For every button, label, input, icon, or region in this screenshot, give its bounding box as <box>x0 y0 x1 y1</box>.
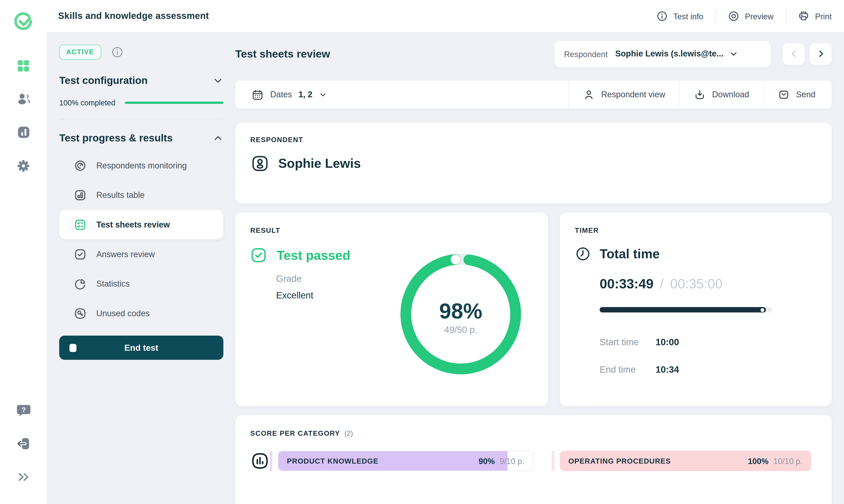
passed-check-icon <box>250 247 267 264</box>
dates-label: Dates <box>270 90 292 100</box>
respondent-card: RESPONDENT Sophie Lewis <box>235 123 831 203</box>
timer-title: Total time <box>600 247 659 262</box>
send-label: Send <box>796 90 816 100</box>
person-icon <box>583 89 595 101</box>
category-points: 9/10 p. <box>500 456 524 466</box>
gauge-points: 49/50 p. <box>398 325 523 336</box>
start-time-label: Start time <box>600 337 656 348</box>
app-title: Skills and knowledge assessment <box>58 11 209 21</box>
settings-gear-icon[interactable] <box>13 155 34 176</box>
dates-value: 1, 2 <box>298 90 312 100</box>
page-title: Test sheets review <box>235 48 330 60</box>
time-progress-bar <box>600 307 772 312</box>
reports-chart-icon[interactable] <box>13 122 34 143</box>
grade-label: Grade <box>276 274 302 285</box>
end-time-value: 10:34 <box>656 364 679 375</box>
result-card-label: RESULT <box>250 227 280 235</box>
time-progress-fill <box>600 307 766 312</box>
time-progress-knob <box>761 308 764 312</box>
end-time-label: End time <box>600 364 656 375</box>
category-row: PRODUCT KNOWLEDGE 90% 9/10 p. <box>270 451 533 471</box>
respondent-name: Sophie Lewis <box>278 156 361 171</box>
timer-card: TIMER Total time 00:33:49 / 00:35:00 Sta… <box>560 212 832 406</box>
respondent-view-button[interactable]: Respondent view <box>569 80 679 108</box>
result-status: Test passed <box>277 248 350 263</box>
chevron-right-icon <box>816 49 825 59</box>
chevron-left-icon <box>789 49 798 59</box>
dashboard-grid-icon[interactable] <box>13 55 34 76</box>
print-label: Print <box>815 12 832 21</box>
category-points: 10/10 p. <box>773 456 803 466</box>
respondents-people-icon[interactable] <box>13 88 34 110</box>
info-icon <box>656 10 668 22</box>
header-actions: Test info Preview Print <box>644 10 831 22</box>
end-time-row: End time 10:34 <box>600 364 679 375</box>
score-gauge: 98% 49/50 p. <box>398 252 523 376</box>
start-time-row: Start time 10:00 <box>600 337 679 348</box>
elapsed-time: 00:33:49 <box>600 276 653 291</box>
start-time-value: 10:00 <box>656 337 679 348</box>
test-info-label: Test info <box>673 12 703 21</box>
top-header: Skills and knowledge assessment Test inf… <box>47 0 844 33</box>
time-separator: / <box>660 276 664 291</box>
app-window: ? Skills and knowledge assessment Test i… <box>0 0 844 504</box>
score-card-count: (2) <box>344 429 353 437</box>
svg-text:?: ? <box>21 406 25 414</box>
toolbar: Dates 1, 2 Respondent view <box>235 80 831 108</box>
print-button[interactable]: Print <box>786 10 832 22</box>
category-accent <box>270 451 272 471</box>
time-limit: 00:35:00 <box>670 276 722 291</box>
category-bar[interactable]: OPERATING PROCEDURES 100% 10/10 p. <box>560 451 811 471</box>
preview-button[interactable]: Preview <box>716 10 786 22</box>
send-button[interactable]: Send <box>764 80 832 108</box>
respondent-badge-icon <box>250 154 270 173</box>
category-accent <box>552 451 554 471</box>
preview-icon <box>728 10 740 22</box>
category-row: OPERATING PROCEDURES 100% 10/10 p. <box>533 451 811 471</box>
printer-icon <box>798 10 810 22</box>
clock-icon <box>575 246 591 262</box>
calendar-icon <box>252 89 264 101</box>
respondent-select-value: Sophie Lewis (s.lewis@te... <box>615 49 724 59</box>
next-respondent-button[interactable] <box>809 43 831 65</box>
brand-logo-icon[interactable] <box>13 11 34 32</box>
preview-label: Preview <box>745 12 774 21</box>
logout-icon[interactable] <box>13 433 34 454</box>
dates-filter[interactable]: Dates 1, 2 <box>235 80 341 108</box>
timer-card-label: TIMER <box>575 227 599 235</box>
main-content: Test sheets review Respondent Sophie Lew… <box>47 32 844 504</box>
chevron-down-icon <box>319 90 327 99</box>
download-button[interactable]: Download <box>680 80 763 108</box>
category-name: OPERATING PROCEDURES <box>568 457 671 465</box>
category-percent: 100% <box>748 456 769 466</box>
grade-value: Excellent <box>276 290 313 301</box>
respondent-view-label: Respondent view <box>601 90 665 100</box>
category-bar[interactable]: PRODUCT KNOWLEDGE 90% 9/10 p. <box>278 451 533 471</box>
help-icon[interactable]: ? <box>13 400 34 421</box>
test-info-button[interactable]: Test info <box>644 10 715 22</box>
expand-sidebar-chevrons-icon[interactable] <box>13 466 34 488</box>
download-label: Download <box>712 90 749 100</box>
send-envelope-icon <box>778 89 790 101</box>
download-icon <box>694 89 706 101</box>
category-name: PRODUCT KNOWLEDGE <box>287 457 378 465</box>
result-card: RESULT Test passed Grade Excellent 98% 4… <box>235 212 548 406</box>
page-header-row: Test sheets review Respondent Sophie Lew… <box>235 40 831 67</box>
respondent-select-label: Respondent <box>564 49 608 58</box>
respondent-select[interactable]: Respondent Sophie Lewis (s.lewis@te... <box>554 41 771 67</box>
score-card-label: SCORE PER CATEGORY <box>250 429 340 437</box>
score-card: SCORE PER CATEGORY (2) PRODUCT KNOWLEDGE <box>235 415 831 504</box>
respondent-card-label: RESPONDENT <box>250 136 303 144</box>
chevron-down-icon <box>729 49 739 59</box>
category-percent: 90% <box>479 456 495 466</box>
icon-rail: ? <box>0 0 48 504</box>
gauge-percent: 98% <box>398 299 523 323</box>
category-chart-icon <box>250 451 270 471</box>
previous-respondent-button[interactable] <box>783 43 805 65</box>
